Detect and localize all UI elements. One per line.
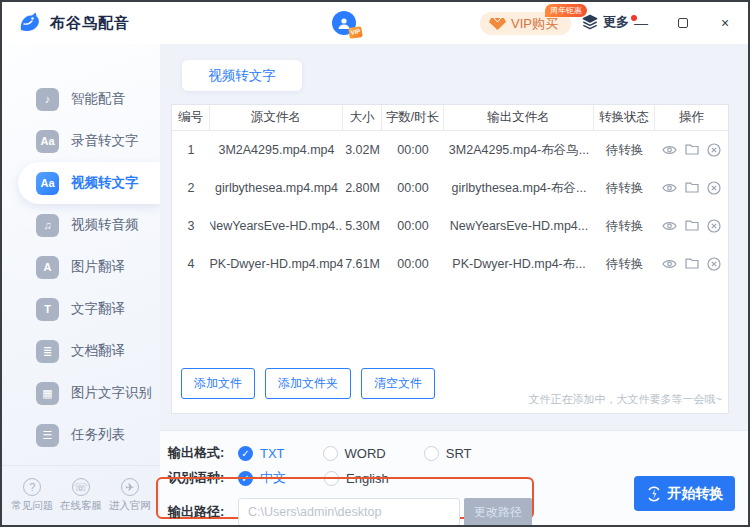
preview-eye-icon[interactable] xyxy=(662,144,677,156)
radio-txt[interactable]: ✓ TXT xyxy=(238,446,285,461)
sidebar-item-text-translate[interactable]: T 文字翻译 xyxy=(2,288,160,330)
add-file-button[interactable]: 添加文件 xyxy=(181,368,255,399)
table-row: 3 NewYearsEve-HD.mp4... 5.30M 00:00 NewY… xyxy=(172,207,728,245)
app-window: 布谷鸟配音 VIP VIP购买 周年钜惠 更多 — xyxy=(0,0,750,527)
radio-unchecked-icon xyxy=(424,446,439,461)
format-options: ✓ TXT WORD SRT xyxy=(238,446,510,461)
more-menu-label: 更多 xyxy=(603,13,629,31)
close-button[interactable]: × xyxy=(716,14,734,32)
output-path-row: 输出路径: 更改路径 xyxy=(168,497,748,527)
minimize-button[interactable]: — xyxy=(632,14,650,32)
sidebar-item-label: 图片翻译 xyxy=(71,258,125,276)
sidebar-item-doc-translate[interactable]: ≣ 文档翻译 xyxy=(2,330,160,372)
add-folder-button[interactable]: 添加文件夹 xyxy=(265,368,351,399)
vip-purchase-button[interactable]: VIP购买 周年钜惠 xyxy=(480,12,571,35)
status-badge: 待转换 xyxy=(594,245,655,283)
cell-size: 2.80M xyxy=(343,169,382,207)
maximize-button[interactable] xyxy=(674,14,692,32)
radio-label: English xyxy=(346,471,389,486)
sidebar-item-audio-to-text[interactable]: Aa 录音转文字 xyxy=(2,120,160,162)
language-label: 识别语种: xyxy=(168,469,238,487)
clear-files-button[interactable]: 清空文件 xyxy=(361,368,435,399)
open-folder-icon[interactable] xyxy=(685,220,699,232)
radio-word[interactable]: WORD xyxy=(323,446,386,461)
radio-label: TXT xyxy=(260,446,285,461)
radio-unchecked-icon xyxy=(324,471,339,486)
preview-eye-icon[interactable] xyxy=(662,258,677,270)
col-header-output: 输出文件名 xyxy=(444,105,594,131)
remove-file-icon[interactable] xyxy=(707,257,721,271)
user-avatar[interactable]: VIP xyxy=(332,11,356,35)
voice-bubble-icon: ♪ xyxy=(36,88,59,111)
avatar-vip-badge: VIP xyxy=(348,26,362,39)
radio-chinese[interactable]: ✓ 中文 xyxy=(238,469,286,487)
radio-label: SRT xyxy=(446,446,472,461)
remove-file-icon[interactable] xyxy=(707,181,721,195)
tab-video-to-text[interactable]: 视频转文字 xyxy=(182,60,302,91)
image-translate-icon: A xyxy=(36,256,59,279)
cell-source: NewYearsEve-HD.mp4... xyxy=(210,207,343,245)
radio-unchecked-icon xyxy=(323,446,338,461)
cell-output: PK-Dwyer-HD.mp4-布... xyxy=(444,245,594,283)
preview-eye-icon[interactable] xyxy=(662,182,677,194)
language-options: ✓ 中文 English xyxy=(238,469,427,487)
cell-source: 3M2A4295.mp4.mp4 xyxy=(210,131,343,169)
sidebar-item-label: 视频转音频 xyxy=(71,216,139,234)
col-header-id: 编号 xyxy=(172,105,210,131)
sidebar-nav: ♪ 智能配音 Aa 录音转文字 Aa 视频转文字 ♫ 视频转音频 A 图片翻译 … xyxy=(2,44,160,456)
cell-duration: 00:00 xyxy=(382,169,444,207)
titlebar: 布谷鸟配音 VIP VIP购买 周年钜惠 更多 — xyxy=(2,2,748,44)
cell-duration: 00:00 xyxy=(382,207,444,245)
cell-output: NewYearsEve-HD.mp4... xyxy=(444,207,594,245)
row-actions xyxy=(655,169,728,207)
online-support-link[interactable]: ☏ 在线客服 xyxy=(60,478,102,513)
vip-promo-badge: 周年钜惠 xyxy=(545,4,587,17)
file-buttons: 添加文件 添加文件夹 清空文件 xyxy=(181,368,435,399)
faq-link[interactable]: ? 常见问题 xyxy=(11,478,53,513)
output-format-label: 输出格式: xyxy=(168,444,238,462)
sidebar-item-label: 任务列表 xyxy=(71,426,125,444)
radio-english[interactable]: English xyxy=(324,471,389,486)
open-folder-icon[interactable] xyxy=(685,144,699,156)
row-actions xyxy=(655,131,728,169)
settings-panel: 输出格式: ✓ TXT WORD SRT xyxy=(160,430,748,525)
radio-checked-icon: ✓ xyxy=(238,446,253,461)
online-support-label: 在线客服 xyxy=(60,499,102,513)
remove-file-icon[interactable] xyxy=(707,219,721,233)
change-path-button[interactable]: 更改路径 xyxy=(464,498,532,526)
preview-eye-icon[interactable] xyxy=(662,220,677,232)
vip-gem-icon xyxy=(489,17,506,31)
video-to-audio-icon: ♫ xyxy=(36,214,59,237)
sidebar-item-video-to-text[interactable]: Aa 视频转文字 xyxy=(18,162,160,204)
table-row: 1 3M2A4295.mp4.mp4 3.02M 00:00 3M2A4295.… xyxy=(172,131,728,169)
official-site-link[interactable]: ✈ 进入官网 xyxy=(109,478,151,513)
sidebar-item-label: 文档翻译 xyxy=(71,342,125,360)
cell-output: girlbythesea.mp4-布谷... xyxy=(444,169,594,207)
audio-to-text-icon: Aa xyxy=(36,130,59,153)
open-folder-icon[interactable] xyxy=(685,258,699,270)
status-badge: 待转换 xyxy=(594,169,655,207)
sidebar-footer: ? 常见问题 ☏ 在线客服 ✈ 进入官网 xyxy=(2,465,160,525)
sidebar-item-smart-dubbing[interactable]: ♪ 智能配音 xyxy=(2,78,160,120)
cell-output: 3M2A4295.mp4-布谷鸟... xyxy=(444,131,594,169)
cell-id: 1 xyxy=(172,131,210,169)
task-list-icon: ☰ xyxy=(36,424,59,447)
sidebar-item-video-to-audio[interactable]: ♫ 视频转音频 xyxy=(2,204,160,246)
sidebar-item-image-ocr[interactable]: ▦ 图片文字识别 xyxy=(2,372,160,414)
output-path-input[interactable] xyxy=(238,498,460,526)
col-header-status: 转换状态 xyxy=(594,105,655,131)
table-row: 2 girlbythesea.mp4.mp4 2.80M 00:00 girlb… xyxy=(172,169,728,207)
sidebar-item-task-list[interactable]: ☰ 任务列表 xyxy=(2,414,160,456)
layers-icon xyxy=(582,14,598,30)
col-header-source: 源文件名 xyxy=(210,105,343,131)
more-menu-button[interactable]: 更多 xyxy=(582,13,637,31)
open-folder-icon[interactable] xyxy=(685,182,699,194)
cell-id: 2 xyxy=(172,169,210,207)
remove-file-icon[interactable] xyxy=(707,143,721,157)
radio-srt[interactable]: SRT xyxy=(424,446,472,461)
col-header-duration: 字数/时长 xyxy=(382,105,444,131)
sidebar-item-image-translate[interactable]: A 图片翻译 xyxy=(2,246,160,288)
col-header-actions: 操作 xyxy=(655,105,728,131)
sidebar-item-label: 文字翻译 xyxy=(71,300,125,318)
cell-size: 5.30M xyxy=(343,207,382,245)
